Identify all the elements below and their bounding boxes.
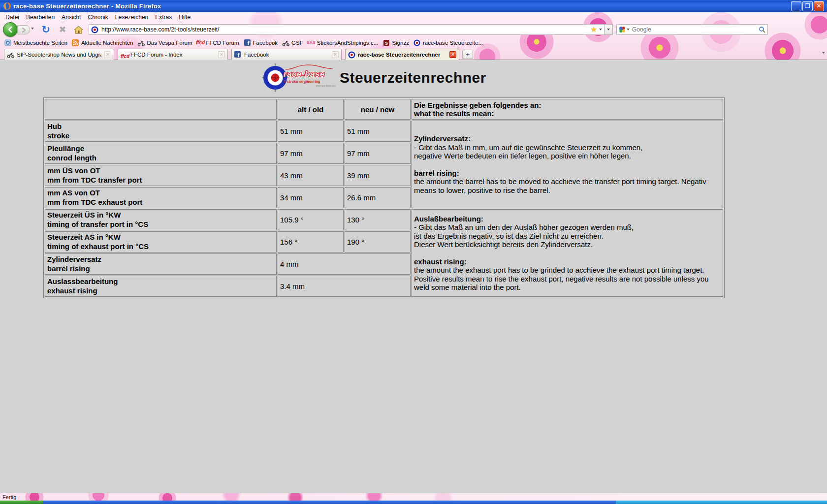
svg-text:S: S	[385, 40, 388, 45]
forward-arrow-icon	[21, 28, 26, 32]
value-old: 105.9 °	[278, 209, 344, 230]
url-input[interactable]	[101, 26, 591, 33]
tab-close-icon[interactable]: ✕	[218, 51, 225, 58]
race-base-logo: race-base 2-stroke engineering www.race-…	[262, 63, 336, 92]
bookmark-meistbesuchte-seiten[interactable]: Meistbesuchte Seiten	[2, 38, 70, 47]
back-history-dropdown[interactable]	[31, 28, 34, 30]
menu-extras[interactable]: Extras	[152, 13, 175, 22]
value-new: 190 °	[345, 231, 411, 252]
search-box[interactable]	[616, 24, 768, 35]
search-engine-dropdown[interactable]	[627, 29, 630, 31]
tab-strip: SIP-Scootershop News und Upgrades - ... …	[0, 48, 827, 60]
bookmark-star-icon[interactable]: ★	[591, 25, 597, 34]
facebook-icon: f	[234, 51, 242, 59]
col-header-new: neu / new	[345, 99, 411, 120]
bookmark-ffcd-forum[interactable]: ffcd FFCD Forum	[195, 38, 242, 47]
forward-button[interactable]	[17, 25, 30, 34]
sas-icon: SAS	[308, 39, 315, 46]
back-button[interactable]	[3, 22, 18, 37]
home-button[interactable]	[72, 23, 85, 36]
menu-datei[interactable]: Datei	[2, 13, 23, 22]
signzz-icon: S	[382, 39, 390, 46]
back-arrow-icon	[7, 26, 14, 33]
value-old: 97 mm	[278, 143, 344, 164]
roundel-icon	[348, 51, 355, 59]
bookmark-signzz[interactable]: S Signzz	[381, 38, 412, 47]
url-bar[interactable]: ★	[89, 24, 604, 35]
tab-close-icon[interactable]: ✕	[332, 51, 339, 58]
tab-close-icon[interactable]: ✕	[449, 51, 456, 58]
menu-bearbeiten[interactable]: Bearbeiten	[23, 13, 58, 22]
info-block-2: Auslaßbearbeitung: - Gibt das Maß an um …	[412, 209, 723, 297]
col-header-old: alt / old	[278, 99, 344, 120]
bookmark-race-base[interactable]: race-base Steuerzeite...	[412, 38, 486, 47]
bookmark-stickersandstripings[interactable]: SAS StickersAndStripings.c...	[306, 38, 382, 47]
close-button[interactable]: ✕	[814, 1, 824, 11]
all-tabs-dropdown[interactable]	[822, 52, 825, 54]
status-bar: Fertig	[0, 493, 827, 501]
search-input[interactable]	[632, 26, 759, 33]
bookmark-aktuelle-nachrichten[interactable]: Aktuelle Nachrichten	[70, 38, 136, 47]
page-content: race-base 2-stroke engineering www.race-…	[0, 60, 827, 493]
firefox-icon	[3, 2, 11, 10]
roundel-icon	[414, 39, 421, 46]
scooter-icon	[137, 39, 145, 46]
folder-popular-icon	[4, 39, 11, 46]
menu-ansicht[interactable]: Ansicht	[58, 13, 84, 22]
window-title: race-base Steuerzeitenrechner - Mozilla …	[13, 2, 161, 10]
window-titlebar[interactable]: race-base Steuerzeitenrechner - Mozilla …	[0, 0, 827, 12]
page-header: race-base 2-stroke engineering www.race-…	[0, 63, 748, 92]
tab-facebook[interactable]: f Facebook ✕	[231, 49, 342, 60]
reload-button[interactable]: ↻	[39, 23, 52, 36]
tab-sip-scootershop[interactable]: SIP-Scootershop News und Upgrades - ... …	[4, 49, 114, 60]
ffcd-icon: ffcd	[121, 51, 128, 59]
tab-ffcd-forum[interactable]: ffcd FFCD Forum - Index ✕	[118, 49, 228, 60]
value-old: 34 mm	[278, 187, 344, 208]
home-icon	[74, 26, 83, 34]
windows-taskbar[interactable]	[0, 501, 827, 504]
bookmark-gsf[interactable]: GSF	[281, 38, 306, 47]
tab-close-icon[interactable]: ✕	[104, 51, 111, 58]
value-result: 3.4 mm	[278, 276, 411, 297]
value-old: 156 °	[278, 231, 344, 252]
url-history-dropdown-button[interactable]	[604, 24, 613, 35]
svg-text:f: f	[238, 52, 240, 58]
tab-race-base-active[interactable]: race-base Steuerzeitenrechner ✕	[345, 49, 459, 60]
info-header-cell: Die Ergebnisse geben folgendes an: what …	[412, 99, 723, 120]
page-title: Steuerzeitenrechner	[340, 69, 486, 86]
table-header-row: alt / old neu / new Die Ergebnisse geben…	[45, 99, 723, 120]
search-magnifier-icon[interactable]	[759, 26, 765, 33]
firefox-window: race-base Steuerzeitenrechner - Mozilla …	[0, 0, 827, 504]
menu-hilfe[interactable]: Hilfe	[175, 13, 194, 22]
scooter-icon	[282, 39, 289, 46]
value-new: 26.6 mm	[345, 187, 411, 208]
navigation-toolbar: ↻ ✖ ★	[0, 22, 827, 37]
value-old: 51 mm	[278, 121, 344, 142]
new-tab-button[interactable]: +	[462, 50, 473, 59]
scooter-icon	[7, 51, 14, 59]
info-block-1: Zylinderversatz: - Gibt das Maß in mm, u…	[412, 121, 723, 208]
google-engine-icon	[619, 26, 626, 33]
value-result: 4 mm	[278, 253, 411, 275]
status-text: Fertig	[2, 494, 16, 500]
start-button-fragment[interactable]	[0, 501, 43, 504]
bookmark-facebook[interactable]: f Facebook	[242, 38, 281, 47]
value-new: 130 °	[345, 209, 411, 230]
ffcd-icon: ffcd	[196, 39, 204, 46]
site-favicon-roundel-icon	[91, 26, 98, 33]
table-row: Hubstroke 51 mm 51 mm Zylinderversatz: -…	[45, 121, 723, 142]
url-dropdown-caret[interactable]	[599, 29, 602, 31]
facebook-icon: f	[244, 39, 251, 46]
value-new: 51 mm	[345, 121, 411, 142]
logo-text: race-base 2-stroke engineering www.race-…	[284, 69, 336, 87]
stop-button[interactable]: ✖	[56, 23, 69, 36]
system-tray-fragment[interactable]	[615, 501, 827, 504]
menu-chronik[interactable]: Chronik	[84, 13, 111, 22]
restore-button[interactable]: ❐	[802, 1, 813, 11]
bookmark-das-vespa-forum[interactable]: Das Vespa Forum	[136, 38, 195, 47]
minimize-button[interactable]: _	[791, 1, 801, 11]
menu-lesezeichen[interactable]: Lesezeichen	[112, 13, 152, 22]
rss-icon	[72, 39, 79, 46]
table-row: Steuerzeit ÜS in °KWtiming of transfer p…	[45, 209, 723, 230]
bookmarks-toolbar: Meistbesuchte Seiten Aktuelle Nachrichte…	[0, 37, 827, 48]
